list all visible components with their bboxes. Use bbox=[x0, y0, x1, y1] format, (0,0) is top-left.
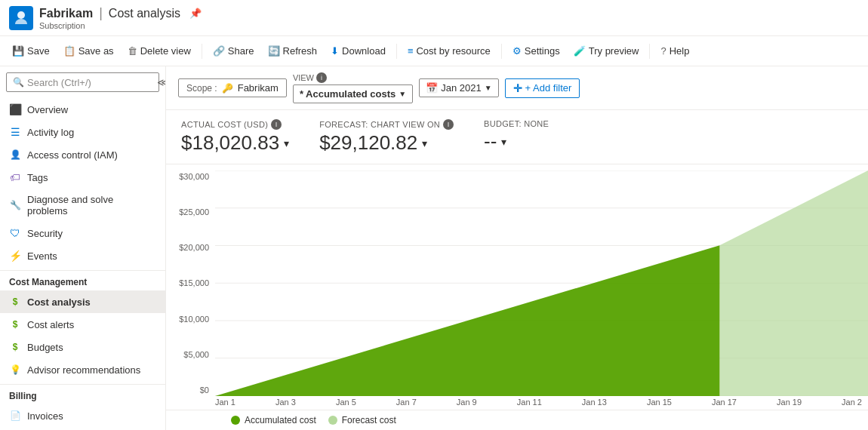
delete-icon: 🗑 bbox=[128, 45, 137, 57]
scope-label: Scope : bbox=[186, 83, 217, 94]
share-button[interactable]: 🔗 Share bbox=[207, 42, 260, 60]
advisor-icon: 💡 bbox=[9, 364, 21, 376]
pin-icon[interactable]: 📌 bbox=[189, 8, 202, 19]
forecast-label: FORECAST: CHART VIEW ON i bbox=[319, 119, 454, 130]
x-label-jan15: Jan 15 bbox=[647, 398, 672, 407]
forecast-info-icon[interactable]: i bbox=[443, 119, 454, 130]
sidebar-item-security[interactable]: 🛡 Security bbox=[0, 222, 165, 244]
date-dropdown[interactable]: 📅 Jan 2021 ▼ bbox=[419, 78, 498, 97]
cost-analysis-icon: $ bbox=[9, 296, 21, 308]
forecast-metric: FORECAST: CHART VIEW ON i $29,120.82 ▾ bbox=[319, 119, 454, 155]
toolbar-separator-1 bbox=[202, 44, 202, 59]
actual-cost-label: ACTUAL COST (USD) i bbox=[181, 119, 289, 130]
sidebar-item-access-control[interactable]: 👤 Access control (IAM) bbox=[0, 143, 165, 166]
sidebar-item-cost-analysis[interactable]: $ Cost analysis bbox=[0, 290, 165, 313]
toolbar: 💾 Save 📋 Save as 🗑 Delete view 🔗 Share 🔄… bbox=[0, 36, 868, 66]
sidebar-item-tags[interactable]: 🏷 Tags bbox=[0, 166, 165, 189]
sidebar-item-events[interactable]: ⚡ Events bbox=[0, 244, 165, 267]
search-icon: 🔍 bbox=[13, 77, 24, 88]
toolbar-separator-3 bbox=[501, 44, 502, 59]
tags-icon: 🏷 bbox=[9, 171, 21, 183]
search-box[interactable]: 🔍 ≪ bbox=[6, 72, 159, 92]
subtitle: Subscription bbox=[39, 21, 202, 30]
sidebar-item-label: Access control (IAM) bbox=[27, 149, 118, 161]
calendar-icon: 📅 bbox=[426, 82, 438, 94]
save-button[interactable]: 💾 Save bbox=[6, 42, 56, 60]
download-icon: ⬇ bbox=[331, 45, 339, 57]
app-logo bbox=[9, 6, 33, 30]
header-separator: | bbox=[99, 5, 103, 21]
x-label-jan13: Jan 13 bbox=[582, 398, 607, 407]
billing-section: Billing bbox=[0, 384, 165, 404]
date-chevron-icon: ▼ bbox=[485, 84, 492, 92]
overview-icon: ⬛ bbox=[9, 103, 21, 115]
scope-icon: 🔑 bbox=[222, 83, 233, 94]
search-input[interactable] bbox=[27, 77, 154, 88]
save-as-button[interactable]: 📋 Save as bbox=[57, 42, 120, 60]
sidebar-item-label: Security bbox=[27, 228, 63, 239]
cost-by-resource-button[interactable]: ≡ Cost by resource bbox=[402, 42, 497, 60]
actual-cost-metric: ACTUAL COST (USD) i $18,020.83 ▾ bbox=[181, 119, 289, 155]
sidebar-item-invoices[interactable]: 📄 Invoices bbox=[0, 404, 165, 427]
try-preview-button[interactable]: 🧪 Try preview bbox=[568, 42, 645, 60]
sidebar-item-advisor[interactable]: 💡 Advisor recommendations bbox=[0, 358, 165, 381]
sidebar-item-budgets[interactable]: $ Budgets bbox=[0, 336, 165, 358]
app-container: Fabrikam | Cost analysis 📌 Subscription … bbox=[0, 0, 868, 430]
sidebar-item-label: Overview bbox=[27, 104, 68, 115]
svg-point-0 bbox=[17, 11, 25, 19]
sidebar: 🔍 ≪ ⬛ Overview ☰ Activity log 👤 Access c… bbox=[0, 66, 166, 430]
x-label-jan19: Jan 19 bbox=[777, 398, 802, 407]
forecast-arrow-icon: ▾ bbox=[422, 137, 427, 149]
refresh-button[interactable]: 🔄 Refresh bbox=[262, 42, 324, 60]
download-button[interactable]: ⬇ Download bbox=[325, 42, 392, 60]
settings-button[interactable]: ⚙ Settings bbox=[506, 42, 566, 60]
company-name: Fabrikam bbox=[39, 7, 93, 20]
budget-label: BUDGET: NONE bbox=[484, 119, 549, 128]
settings-icon: ⚙ bbox=[512, 45, 522, 57]
forecast-legend-label: Forecast cost bbox=[342, 415, 396, 425]
sidebar-item-label: Events bbox=[27, 250, 57, 262]
scope-value: Fabrikam bbox=[238, 82, 279, 94]
cost-alerts-icon: $ bbox=[9, 318, 21, 330]
svg-marker-8 bbox=[719, 170, 868, 396]
view-info-icon[interactable]: i bbox=[316, 72, 327, 83]
content-area: Scope : 🔑 Fabrikam VIEW i * Accumulated … bbox=[166, 66, 868, 430]
add-filter-plus-icon: ✛ bbox=[513, 82, 522, 94]
preview-icon: 🧪 bbox=[574, 45, 586, 57]
sidebar-item-label: Diagnose and solve problems bbox=[27, 194, 156, 217]
sidebar-item-label: Cost analysis bbox=[27, 296, 91, 308]
budget-value: -- ▾ bbox=[484, 130, 549, 153]
share-icon: 🔗 bbox=[213, 45, 225, 57]
chart-container: $30,000 $25,000 $20,000 $15,000 $10,000 … bbox=[166, 164, 868, 430]
header: Fabrikam | Cost analysis 📌 Subscription bbox=[0, 0, 868, 36]
y-label-20k: $20,000 bbox=[172, 243, 209, 252]
view-section: VIEW i * Accumulated costs ▼ bbox=[293, 72, 413, 103]
delete-view-button[interactable]: 🗑 Delete view bbox=[122, 42, 197, 60]
cost-management-section: Cost Management bbox=[0, 270, 165, 290]
chart-body: $30,000 $25,000 $20,000 $15,000 $10,000 … bbox=[166, 164, 868, 396]
help-icon: ? bbox=[660, 45, 666, 57]
actual-cost-info-icon[interactable]: i bbox=[271, 119, 282, 130]
add-filter-button[interactable]: ✛ + Add filter bbox=[505, 78, 580, 98]
sidebar-item-cost-alerts[interactable]: $ Cost alerts bbox=[0, 313, 165, 336]
y-axis: $30,000 $25,000 $20,000 $15,000 $10,000 … bbox=[166, 170, 215, 396]
y-label-15k: $15,000 bbox=[172, 278, 209, 287]
sidebar-item-label: Budgets bbox=[27, 342, 63, 353]
sidebar-item-diagnose[interactable]: 🔧 Diagnose and solve problems bbox=[0, 189, 165, 222]
collapse-icon[interactable]: ≪ bbox=[157, 76, 166, 88]
x-label-jan11: Jan 11 bbox=[517, 398, 542, 407]
view-dropdown[interactable]: * Accumulated costs ▼ bbox=[293, 84, 413, 103]
scope-button[interactable]: Scope : 🔑 Fabrikam bbox=[178, 78, 287, 97]
sidebar-item-overview[interactable]: ⬛ Overview bbox=[0, 98, 165, 121]
events-icon: ⚡ bbox=[9, 250, 21, 262]
main-layout: 🔍 ≪ ⬛ Overview ☰ Activity log 👤 Access c… bbox=[0, 66, 868, 430]
content-toolbar: Scope : 🔑 Fabrikam VIEW i * Accumulated … bbox=[166, 66, 868, 110]
legend-forecast: Forecast cost bbox=[328, 415, 396, 425]
access-control-icon: 👤 bbox=[9, 149, 21, 161]
accumulated-legend-label: Accumulated cost bbox=[245, 415, 316, 425]
cost-metrics: ACTUAL COST (USD) i $18,020.83 ▾ FORECAS… bbox=[166, 110, 868, 164]
sidebar-item-activity-log[interactable]: ☰ Activity log bbox=[0, 121, 165, 143]
help-button[interactable]: ? Help bbox=[654, 42, 695, 60]
y-label-25k: $25,000 bbox=[172, 207, 209, 217]
sidebar-item-label: Activity log bbox=[27, 127, 74, 138]
